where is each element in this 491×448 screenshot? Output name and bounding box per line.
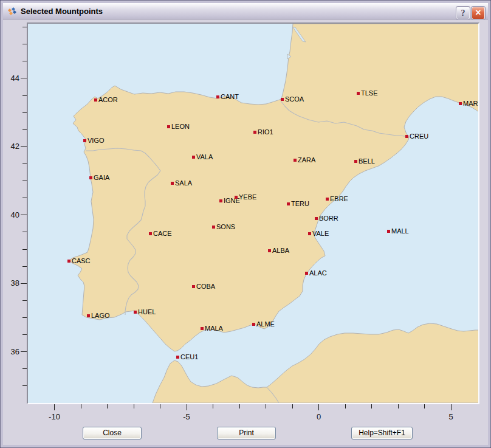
station-marker-IGNE <box>219 199 222 202</box>
station-marker-ALBA <box>268 249 271 252</box>
map-frame: ACORCANTSCOATLSEMARSLEONRIO1CREUVIGOVALA… <box>27 22 479 404</box>
y-minor-tick-43.5 <box>22 95 27 96</box>
x-minor-tick-3 <box>398 404 399 408</box>
station-label-CASC: CASC <box>72 257 91 265</box>
x-major-tick-5 <box>451 404 452 410</box>
y-minor-tick-42.5 <box>22 129 27 130</box>
station-marker-SCOA <box>281 98 284 101</box>
y-major-tick-36 <box>21 351 27 352</box>
station-label-ALME: ALME <box>256 320 275 328</box>
station-label-ACOR: ACOR <box>98 95 118 104</box>
station-marker-VALE <box>308 232 311 235</box>
y-minor-tick-35.5 <box>22 368 27 369</box>
close-button[interactable]: Close <box>83 427 142 439</box>
station-marker-CACE <box>149 232 152 235</box>
station-marker-VIGO <box>83 139 86 142</box>
y-tick-label-42: 42 <box>1 142 19 151</box>
close-window-button[interactable]: × <box>472 7 485 19</box>
x-major-tick--10 <box>54 404 55 410</box>
y-minor-tick-43 <box>22 112 27 113</box>
station-marker-ALME <box>252 323 255 326</box>
x-minor-tick--4 <box>213 404 213 408</box>
station-marker-ALAC <box>305 272 308 275</box>
y-minor-tick-35 <box>22 385 27 386</box>
station-label-CEU1: CEU1 <box>180 353 198 361</box>
station-label-VALE: VALE <box>312 229 329 238</box>
window-title: Selected Mountpoints <box>21 3 103 19</box>
x-tick-label--10: -10 <box>41 412 68 421</box>
x-major-tick--5 <box>187 404 187 410</box>
station-marker-ZARA <box>294 159 297 162</box>
x-minor-tick--9 <box>81 404 81 408</box>
station-marker-MALL <box>387 230 390 233</box>
y-tick-label-40: 40 <box>1 210 19 220</box>
station-marker-MALA <box>201 327 204 330</box>
station-marker-SALA <box>171 182 174 185</box>
station-label-LEON: LEON <box>171 122 190 131</box>
x-minor-tick--7 <box>134 404 134 408</box>
x-minor-tick-1 <box>345 404 346 408</box>
station-marker-YEBE <box>235 196 238 199</box>
station-marker-TERU <box>287 202 290 205</box>
station-label-MALL: MALL <box>391 227 409 235</box>
station-marker-SONS <box>212 226 215 229</box>
station-marker-CASC <box>67 260 70 263</box>
map-canvas: ACORCANTSCOATLSEMARSLEONRIO1CREUVIGOVALA… <box>28 24 478 403</box>
y-minor-tick-36.5 <box>22 334 27 335</box>
y-minor-tick-45 <box>22 44 27 44</box>
help-shortcut-button[interactable]: Help=Shift+F1 <box>351 427 413 439</box>
print-button[interactable]: Print <box>217 427 276 439</box>
station-label-TERU: TERU <box>291 199 309 208</box>
station-label-EBRE: EBRE <box>330 195 348 203</box>
x-minor-tick--2 <box>266 404 266 408</box>
y-major-tick-38 <box>21 283 27 284</box>
station-marker-LAGO <box>87 314 90 317</box>
x-minor-tick-4 <box>424 404 425 408</box>
help-button[interactable]: ? <box>456 7 470 19</box>
station-label-ALAC: ALAC <box>309 269 327 277</box>
station-label-CACE: CACE <box>153 229 172 238</box>
y-minor-tick-37 <box>22 317 27 318</box>
station-label-LAGO: LAGO <box>91 311 110 320</box>
station-label-GAIA: GAIA <box>94 173 109 182</box>
station-marker-CREU <box>405 135 408 138</box>
station-label-HUEL: HUEL <box>138 308 156 316</box>
x-minor-tick--6 <box>160 404 160 408</box>
station-marker-GAIA <box>89 176 92 179</box>
station-marker-RIO1 <box>253 131 256 134</box>
app-icon <box>7 6 17 16</box>
station-label-VALA: VALA <box>196 153 213 161</box>
station-label-SALA: SALA <box>175 179 192 187</box>
station-marker-EBRE <box>326 198 329 201</box>
x-minor-tick-2 <box>371 404 372 408</box>
north-africa-landmass <box>153 323 478 403</box>
iberia-france-landmass <box>69 24 478 351</box>
y-major-tick-44 <box>21 78 27 78</box>
station-marker-TLSE <box>357 92 360 95</box>
y-tick-label-38: 38 <box>1 278 19 288</box>
y-minor-tick-41 <box>22 181 27 181</box>
x-minor-tick--1 <box>292 404 293 408</box>
titlebar[interactable]: Selected Mountpoints ? × <box>3 3 488 19</box>
station-marker-COBA <box>192 285 195 288</box>
station-label-MALA: MALA <box>205 324 223 333</box>
station-marker-CEU1 <box>176 356 179 359</box>
station-label-TLSE: TLSE <box>361 89 378 97</box>
y-tick-label-44: 44 <box>1 74 19 83</box>
station-label-YEBE: YEBE <box>239 193 256 201</box>
x-tick-label-5: 5 <box>438 412 464 421</box>
station-label-BORR: BORR <box>319 214 338 222</box>
station-label-ALBA: ALBA <box>272 246 289 255</box>
y-minor-tick-45.5 <box>22 27 27 27</box>
x-tick-label--5: -5 <box>173 412 200 421</box>
station-label-CANT: CANT <box>221 92 239 101</box>
station-marker-ACOR <box>94 98 97 102</box>
y-minor-tick-40.5 <box>22 198 27 198</box>
selected-mountpoints-window: Selected Mountpoints ? × ACORCANTS <box>0 0 491 448</box>
y-minor-tick-38.5 <box>22 266 27 267</box>
station-label-VIGO: VIGO <box>88 136 105 145</box>
y-tick-label-36: 36 <box>1 347 19 357</box>
y-minor-tick-41.5 <box>22 164 27 164</box>
station-label-MARS: MARS <box>463 99 478 108</box>
station-label-BELL: BELL <box>359 157 375 165</box>
